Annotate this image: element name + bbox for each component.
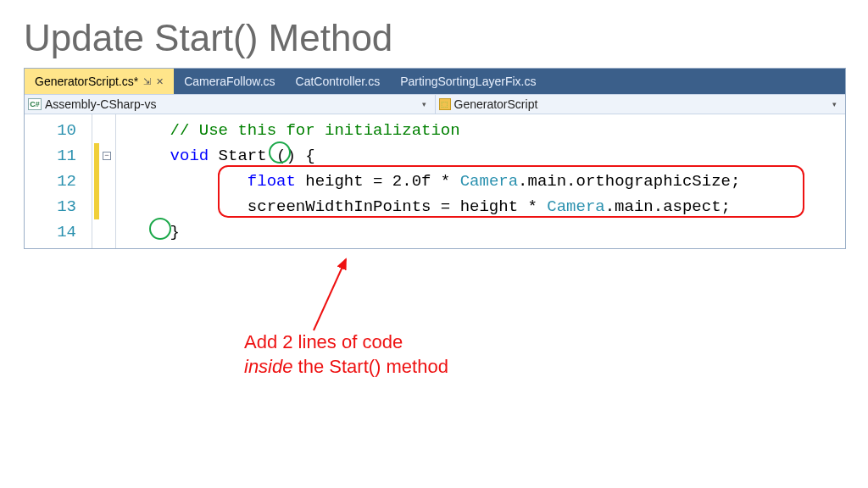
code-token: Camera (460, 172, 518, 191)
tab-catcontroller[interactable]: CatController.cs (286, 69, 391, 94)
tab-label: PartingSortingLayerFix.cs (400, 75, 536, 88)
line-number: 12 (25, 169, 76, 194)
annotation-italic: inside (244, 356, 292, 377)
tab-label: GeneratorScript.cs* (35, 75, 138, 88)
code-line: void Start () { (131, 143, 837, 169)
code-token: { (305, 147, 314, 165)
change-marker (94, 194, 99, 219)
code-token: height = 2.0f * (296, 172, 460, 191)
annotation-arrow (263, 254, 364, 339)
context-class-label: GeneratorScript (454, 97, 538, 111)
change-marker (94, 143, 99, 169)
tab-partingsorting[interactable]: PartingSortingLayerFix.cs (390, 69, 546, 94)
context-bar: C# Assembly-CSharp-vs ▾ ⬚ GeneratorScrip… (25, 94, 845, 114)
context-project-label: Assembly-CSharp-vs (45, 97, 156, 111)
code-editor[interactable]: 10 11 12 13 14 − // Use this for initial… (25, 114, 845, 248)
close-icon[interactable]: ✕ (156, 76, 164, 87)
slide-title: Update Start() Method (24, 17, 844, 59)
annotation-caption: Add 2 lines of code inside the Start() m… (244, 330, 448, 379)
annotation-caption-line: Add 2 lines of code (244, 330, 448, 355)
code-token: screenWidthInPoints = height * (248, 197, 547, 216)
tab-label: CameraFollow.cs (184, 75, 275, 88)
marker-gutter: − (92, 114, 116, 248)
code-line: // Use this for initialization (131, 118, 837, 143)
tab-generatorscript[interactable]: GeneratorScript.cs* ⇲ ✕ (25, 69, 174, 94)
code-content: // Use this for initialization void Star… (116, 114, 845, 248)
line-number: 13 (25, 194, 76, 219)
chevron-down-icon: ▾ (832, 100, 842, 108)
code-line: float height = 2.0f * Camera.main.orthog… (131, 169, 837, 194)
context-class-dropdown[interactable]: ⬚ GeneratorScript ▾ (436, 95, 846, 114)
pin-icon[interactable]: ⇲ (143, 76, 151, 87)
class-icon: ⬚ (439, 98, 451, 110)
annotation-caption-line: inside the Start() method (244, 355, 448, 380)
context-project-dropdown[interactable]: C# Assembly-CSharp-vs ▾ (25, 95, 436, 114)
code-token: float (248, 172, 296, 191)
code-token: } (170, 223, 180, 241)
tab-label: CatController.cs (296, 75, 381, 88)
code-line: screenWidthInPoints = height * Camera.ma… (131, 194, 837, 219)
change-marker (94, 169, 99, 194)
tab-camerafollow[interactable]: CameraFollow.cs (174, 69, 285, 94)
chevron-down-icon: ▾ (422, 100, 431, 108)
ide-frame: GeneratorScript.cs* ⇲ ✕ CameraFollow.cs … (24, 68, 846, 249)
code-token: .main.orthographicSize; (518, 172, 740, 191)
code-token: .main.aspect; (605, 197, 731, 216)
line-number: 11 (25, 143, 76, 169)
line-number: 10 (25, 118, 76, 143)
line-number-gutter: 10 11 12 13 14 (25, 114, 92, 248)
code-token: Camera (547, 197, 604, 216)
svg-line-0 (314, 259, 346, 330)
code-token: // Use this for initialization (170, 121, 460, 140)
code-token: void (170, 147, 209, 165)
code-token: Start () (209, 147, 305, 165)
code-line: } (131, 219, 837, 245)
annotation-plain: the Start() method (292, 356, 448, 377)
line-number: 14 (25, 219, 76, 245)
fold-toggle[interactable]: − (103, 152, 111, 160)
csharp-icon: C# (28, 98, 42, 110)
tab-strip: GeneratorScript.cs* ⇲ ✕ CameraFollow.cs … (25, 69, 845, 94)
